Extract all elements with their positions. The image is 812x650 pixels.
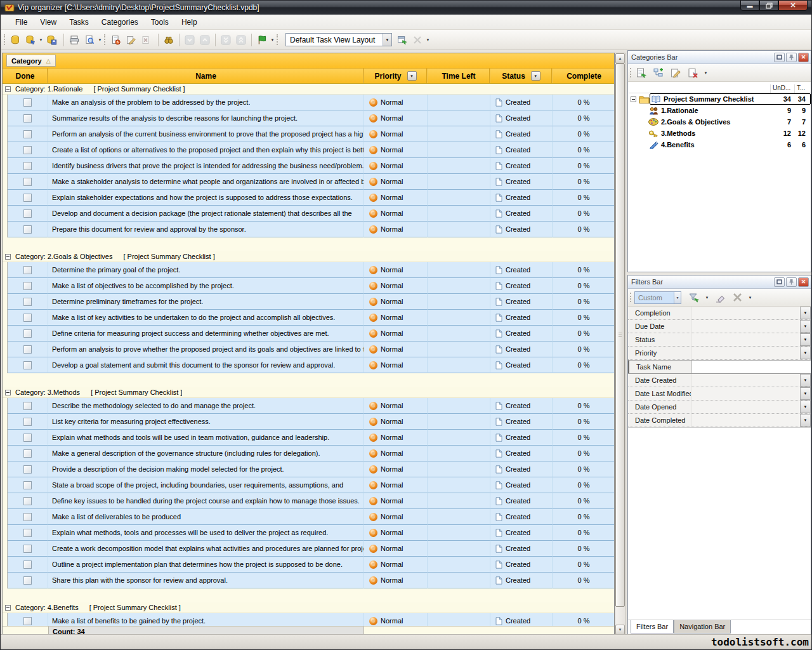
restore-button[interactable] <box>759 0 778 11</box>
move-down-icon[interactable] <box>182 32 197 48</box>
task-row[interactable]: Summarize results of the analysis to des… <box>3 110 614 126</box>
column-header-complete[interactable]: Complete <box>553 69 615 83</box>
done-checkbox[interactable] <box>23 298 32 306</box>
filter-field-value[interactable] <box>691 374 800 387</box>
layout-combo-arrow-icon[interactable]: ▼ <box>383 34 391 46</box>
task-row[interactable]: State a broad scope of the project, incl… <box>3 477 614 493</box>
collapse-group-icon[interactable] <box>5 390 11 395</box>
filter-row[interactable]: Priority ▼ <box>628 347 811 360</box>
collapse-group-icon[interactable] <box>5 254 11 260</box>
group-by-category-button[interactable]: Category △ <box>6 55 56 67</box>
category-group-header[interactable]: Category: 1.Rationale [ Project Summary … <box>3 84 614 95</box>
open-database-dropdown-icon[interactable]: ▼ <box>38 38 44 42</box>
menu-item[interactable]: Categories <box>95 15 145 29</box>
delete-filter-icon[interactable] <box>730 291 744 305</box>
tab-navigation-bar[interactable]: Navigation Bar <box>674 620 731 633</box>
task-row[interactable]: Develop and document a decision package … <box>3 206 614 222</box>
minimize-button[interactable]: ▬ <box>740 0 759 11</box>
column-header-priority[interactable]: Priority▼ <box>364 69 428 83</box>
print-preview-dropdown-icon[interactable]: ▼ <box>97 38 103 42</box>
done-checkbox[interactable] <box>23 434 32 442</box>
menu-item[interactable]: Help <box>175 15 204 29</box>
task-row[interactable]: Identify business drivers that prove the… <box>3 158 614 174</box>
panel-restore-icon[interactable] <box>774 277 785 287</box>
filter-dropdown-icon[interactable]: ▼ <box>800 414 811 427</box>
share-icon[interactable] <box>254 32 270 48</box>
filter-dropdown-icon[interactable]: ▼ <box>800 320 811 333</box>
done-checkbox[interactable] <box>23 282 32 290</box>
tree-item-category[interactable]: 2.Goals & Objectives 7 7 <box>628 116 811 128</box>
task-row[interactable]: Make an analysis of the problem to be ad… <box>3 95 614 110</box>
print-icon[interactable] <box>67 32 82 48</box>
column-header-done[interactable]: Done <box>3 69 48 83</box>
task-row[interactable]: Make a stakeholder analysis to determine… <box>3 174 614 190</box>
collapse-group-icon[interactable] <box>5 86 11 92</box>
task-row[interactable]: Make a list of deliverables to be produc… <box>3 509 614 525</box>
tree-item-category[interactable]: 3.Methods 12 12 <box>628 128 811 139</box>
done-checkbox[interactable] <box>23 361 32 369</box>
filter-field-value[interactable] <box>691 320 800 333</box>
new-checklist-icon[interactable] <box>634 66 648 80</box>
task-row[interactable]: Perform an analysis of the current busin… <box>3 126 614 142</box>
task-row[interactable]: Provide a description of the decision ma… <box>3 461 614 477</box>
done-checkbox[interactable] <box>23 576 32 585</box>
toolbar-overflow-icon[interactable]: ▼ <box>425 38 431 42</box>
menu-item[interactable]: View <box>34 15 63 29</box>
done-checkbox[interactable] <box>23 225 32 234</box>
filter-row[interactable]: Completion ▼ <box>628 307 811 320</box>
tree-item-category[interactable]: 4.Benefits 6 6 <box>628 139 811 150</box>
new-database-icon[interactable] <box>8 32 23 48</box>
filter-dropdown-icon[interactable]: ▼ <box>800 401 811 413</box>
edit-task-icon[interactable] <box>123 32 138 48</box>
share-dropdown-icon[interactable]: ▼ <box>270 38 275 42</box>
filter-field-value[interactable] <box>691 414 800 427</box>
panel-close-icon[interactable]: ✕ <box>798 53 809 62</box>
task-row[interactable]: Explain what methods and tools will be u… <box>3 430 614 446</box>
filter-dropdown-icon[interactable]: ▼ <box>800 374 811 387</box>
menu-item[interactable]: Tools <box>145 15 175 29</box>
done-checkbox[interactable] <box>23 98 32 107</box>
status-filter-dropdown-icon[interactable]: ▼ <box>531 71 540 81</box>
delete-task-icon[interactable] <box>138 32 154 48</box>
done-checkbox[interactable] <box>23 114 32 123</box>
task-row[interactable]: Define criteria for measuring project su… <box>3 326 614 342</box>
task-name-filter-input[interactable] <box>691 361 811 373</box>
filter-row[interactable]: Date Last Modified ▼ <box>628 387 811 401</box>
collapse-group-icon[interactable] <box>5 605 11 611</box>
done-checkbox[interactable] <box>23 529 32 537</box>
task-row[interactable]: Share this plan with the sponsor for rev… <box>3 573 614 588</box>
filter-dropdown-icon[interactable]: ▼ <box>800 307 811 319</box>
done-checkbox[interactable] <box>23 617 32 625</box>
task-row[interactable]: Outline a project implementation plan th… <box>3 557 614 573</box>
done-checkbox[interactable] <box>23 266 32 274</box>
delete-category-icon[interactable] <box>686 66 700 80</box>
done-checkbox[interactable] <box>23 209 32 218</box>
categories-toolbar-overflow-icon[interactable]: ▼ <box>703 71 709 75</box>
done-checkbox[interactable] <box>23 560 32 569</box>
menu-item[interactable]: File <box>9 15 34 29</box>
filter-dropdown-icon[interactable]: ▼ <box>800 387 811 400</box>
find-tasks-icon[interactable] <box>161 32 176 48</box>
done-checkbox[interactable] <box>23 194 32 202</box>
task-row[interactable]: Make a list of objectives to be accompli… <box>3 278 614 294</box>
edit-category-icon[interactable] <box>669 66 683 80</box>
filter-row-task-name[interactable]: Task Name <box>628 360 811 374</box>
apply-filter-icon[interactable] <box>687 291 701 305</box>
scroll-up-icon[interactable]: ▲ <box>615 53 625 63</box>
priority-filter-dropdown-icon[interactable]: ▼ <box>407 71 417 81</box>
panel-pin-icon[interactable] <box>786 53 797 62</box>
filter-row[interactable]: Due Date ▼ <box>628 320 811 333</box>
close-button[interactable]: ✕ <box>778 0 808 11</box>
category-group-header[interactable]: Category: 4.Benefits [ Project Summary C… <box>3 602 614 613</box>
scroll-down-icon[interactable]: ▼ <box>615 625 625 635</box>
done-checkbox[interactable] <box>23 130 32 138</box>
done-checkbox[interactable] <box>23 329 32 338</box>
filter-field-value[interactable] <box>691 333 800 346</box>
task-row[interactable]: Make a list of key activities to be unde… <box>3 310 614 326</box>
panel-restore-icon[interactable] <box>774 53 785 62</box>
filter-row[interactable]: Date Opened ▼ <box>628 401 811 414</box>
filter-row[interactable]: Date Created ▼ <box>628 374 811 387</box>
tab-filters-bar[interactable]: Filters Bar <box>631 620 674 633</box>
apply-layout-icon[interactable] <box>395 32 410 48</box>
layout-combo[interactable]: Default Task View Layout ▼ <box>285 33 392 46</box>
